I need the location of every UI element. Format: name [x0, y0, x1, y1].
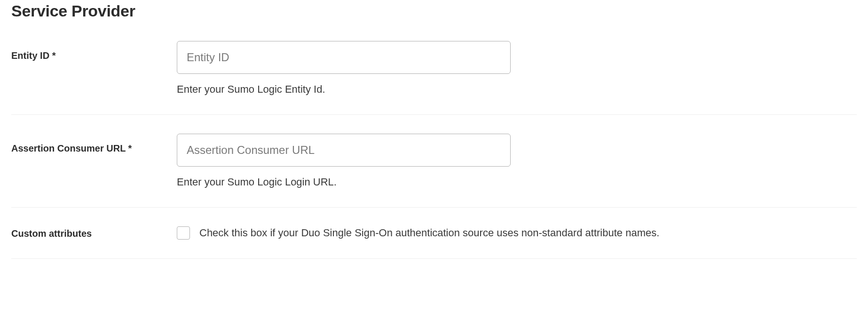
acs-url-help: Enter your Sumo Logic Login URL. [177, 176, 857, 188]
custom-attributes-row: Custom attributes Check this box if your… [11, 226, 857, 259]
custom-attributes-control-area: Check this box if your Duo Single Sign-O… [177, 226, 857, 240]
section-title: Service Provider [11, 2, 857, 20]
entity-id-control-area: Enter your Sumo Logic Entity Id. [177, 41, 857, 96]
custom-attributes-checkbox[interactable] [177, 226, 190, 240]
custom-attributes-description: Check this box if your Duo Single Sign-O… [199, 227, 659, 239]
acs-url-control-area: Enter your Sumo Logic Login URL. [177, 134, 857, 188]
custom-attributes-checkbox-row: Check this box if your Duo Single Sign-O… [177, 226, 857, 240]
acs-url-row: Assertion Consumer URL * Enter your Sumo… [11, 134, 857, 208]
entity-id-label: Entity ID * [11, 41, 177, 61]
entity-id-input[interactable] [177, 41, 511, 74]
acs-url-input[interactable] [177, 134, 511, 167]
custom-attributes-label: Custom attributes [11, 226, 177, 239]
entity-id-help: Enter your Sumo Logic Entity Id. [177, 83, 857, 96]
entity-id-row: Entity ID * Enter your Sumo Logic Entity… [11, 41, 857, 115]
acs-url-label: Assertion Consumer URL * [11, 134, 177, 154]
